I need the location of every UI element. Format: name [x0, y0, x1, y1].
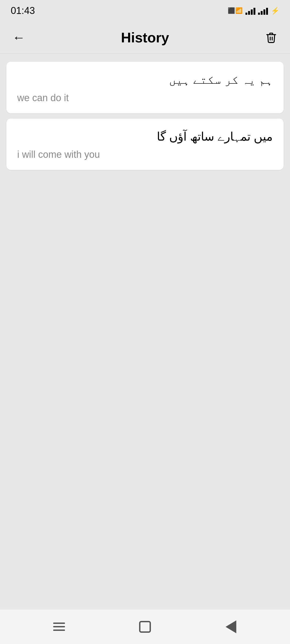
- trash-icon: [265, 32, 277, 43]
- status-icons: ⬛📶 ⚡: [228, 7, 279, 15]
- page-title: History: [121, 30, 169, 46]
- bottom-nav: [0, 609, 290, 644]
- back-triangle-icon: [226, 620, 236, 633]
- hamburger-icon: [53, 623, 65, 631]
- signal-bars-1: [245, 7, 255, 15]
- english-text-2: i will come with you: [17, 149, 273, 160]
- back-nav-button[interactable]: [220, 616, 242, 638]
- status-bar: 01:43 ⬛📶 ⚡: [0, 0, 290, 21]
- urdu-text-2: میں تمہارے ساتھ آؤں گا: [17, 128, 273, 145]
- home-square-icon: [139, 621, 151, 633]
- home-nav-button[interactable]: [134, 616, 156, 638]
- app-bar: ← History: [0, 21, 290, 54]
- back-button[interactable]: ←: [11, 30, 27, 46]
- menu-nav-button[interactable]: [48, 616, 70, 638]
- content-area: ہم یہ کر سکتے ہیں we can do it میں تمہار…: [0, 54, 290, 609]
- english-text-1: we can do it: [17, 92, 273, 104]
- battery-icon: ⚡: [271, 7, 279, 15]
- history-card-2[interactable]: میں تمہارے ساتھ آؤں گا i will come with …: [6, 119, 284, 170]
- history-card-1[interactable]: ہم یہ کر سکتے ہیں we can do it: [6, 62, 284, 113]
- back-arrow-icon: ←: [12, 30, 25, 45]
- delete-button[interactable]: [263, 30, 279, 46]
- status-time: 01:43: [11, 5, 35, 16]
- signal-bars-2: [258, 7, 268, 15]
- urdu-text-1: ہم یہ کر سکتے ہیں: [17, 71, 273, 88]
- sim-icon: ⬛📶: [228, 7, 243, 14]
